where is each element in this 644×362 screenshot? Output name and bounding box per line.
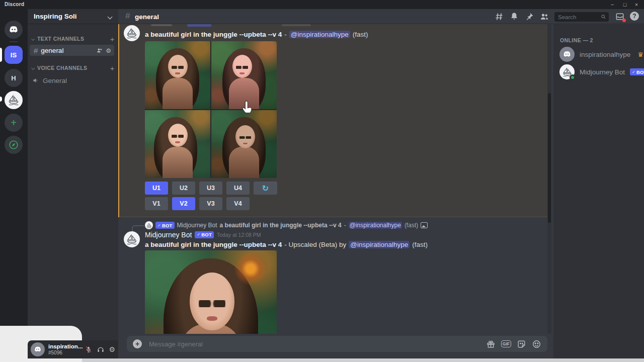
message-content: a beautiful girl in the junggle --upbeta… <box>145 240 428 249</box>
variation-button-v2[interactable]: V2 <box>172 197 195 210</box>
user-settings-gear-icon[interactable] <box>109 345 115 354</box>
channel-header: general <box>118 9 644 24</box>
microphone-muted-icon[interactable] <box>85 345 93 353</box>
chevron-down-icon <box>32 66 35 69</box>
discord-logo-icon <box>33 344 43 354</box>
channel-sidebar <box>28 9 118 358</box>
invite-people-icon[interactable] <box>96 47 103 54</box>
gif-picker-icon[interactable]: GIF <box>501 340 511 348</box>
search-box[interactable] <box>554 12 609 22</box>
grid-image-quadrant-1[interactable] <box>145 41 210 109</box>
message-input-box[interactable]: GIF <box>127 336 547 352</box>
mention-pill[interactable]: @inspirationalhype <box>349 222 402 229</box>
reroll-button[interactable] <box>254 182 277 195</box>
notifications-bell-icon[interactable] <box>509 12 519 22</box>
gift-icon[interactable] <box>486 339 496 349</box>
sidebar-item-voice-general[interactable]: General <box>31 75 112 85</box>
clipped-message-fragment <box>282 24 311 26</box>
selected-server-pill <box>0 48 2 62</box>
headphones-icon[interactable] <box>97 345 105 353</box>
upscale-button-u4[interactable]: U4 <box>226 182 250 195</box>
search-input[interactable] <box>557 14 601 21</box>
emoji-icon[interactable] <box>532 339 541 349</box>
window-maximize-button[interactable] <box>619 0 630 9</box>
online-status-dot <box>570 74 576 80</box>
grid-image-quadrant-3[interactable] <box>145 110 210 178</box>
server-icon-h[interactable]: H <box>5 69 23 87</box>
upscaled-image[interactable] <box>145 250 277 334</box>
variation-button-v4[interactable]: V4 <box>226 197 250 210</box>
hash-icon <box>125 11 130 21</box>
window-bottom-edge <box>0 358 644 362</box>
sticker-icon[interactable] <box>517 339 526 349</box>
grid-image-quadrant-2[interactable] <box>211 41 277 109</box>
chevron-down-icon <box>108 15 112 19</box>
variation-button-v1[interactable]: V1 <box>145 197 168 210</box>
section-label: VOICE CHANNELS <box>37 65 88 71</box>
fast-label: (fast) <box>353 31 368 38</box>
channel-settings-gear-icon[interactable] <box>106 47 111 54</box>
grid-image-quadrant-4[interactable] <box>211 110 277 178</box>
mention-pill[interactable]: @inspirationalhype <box>349 241 410 248</box>
member-midjourney-bot[interactable]: Midjourney Bot BOT <box>557 63 640 81</box>
member-inspirationalhype[interactable]: inspirationalhype <box>557 45 640 63</box>
inbox-badge <box>622 19 626 22</box>
sidebar-item-general[interactable]: general <box>30 45 114 56</box>
midjourney-grid-image[interactable] <box>145 41 277 178</box>
sailboat-icon <box>125 27 138 40</box>
text-channels-section[interactable]: TEXT CHANNELS <box>31 35 115 42</box>
help-icon[interactable] <box>630 12 640 22</box>
member-list-toggle-icon[interactable] <box>539 12 549 22</box>
pinned-messages-icon[interactable] <box>524 12 534 22</box>
clipped-message-fragment <box>151 24 172 26</box>
server-icon-inspiring-soli[interactable]: IS <box>5 46 23 64</box>
author-name[interactable]: Midjourney Bot <box>145 231 192 239</box>
server-rail: IS H <box>0 9 28 362</box>
avatar[interactable] <box>31 342 45 356</box>
discord-app: Discord IS H Inspiring Soli TEXT C <box>0 0 644 362</box>
mention-pill[interactable]: @inspirationalhype <box>289 31 350 38</box>
reply-reference[interactable]: BOT Midjourney Bot a beautiful girl in t… <box>145 221 428 229</box>
create-channel-button[interactable] <box>110 35 115 43</box>
avatar[interactable] <box>124 25 140 41</box>
server-header[interactable]: Inspiring Soli <box>28 9 118 24</box>
refresh-icon <box>262 184 269 193</box>
chat-scrollbar-thumb[interactable] <box>548 93 551 223</box>
members-sidebar: ONLINE — 2 inspirationalhype Midjourney … <box>553 24 644 358</box>
avatar[interactable] <box>124 231 140 247</box>
home-button[interactable] <box>5 21 23 39</box>
upscale-button-u3[interactable]: U3 <box>199 182 222 195</box>
rail-separator <box>10 41 18 42</box>
voice-channels-section[interactable]: VOICE CHANNELS <box>31 64 115 71</box>
create-channel-button[interactable] <box>110 64 115 72</box>
threads-icon[interactable] <box>494 12 504 22</box>
fast-label: (fast) <box>405 222 418 229</box>
attach-plus-icon[interactable] <box>133 339 142 348</box>
user-panel[interactable]: inspiration... #5096 <box>28 340 118 358</box>
member-name: Midjourney Bot <box>580 68 625 76</box>
window-titlebar: Discord <box>0 0 644 9</box>
prompt-text: a beautiful girl in the junggle --upbeta… <box>145 241 282 248</box>
message-input[interactable] <box>148 340 480 348</box>
variation-button-v3[interactable]: V3 <box>199 197 222 210</box>
add-server-button[interactable] <box>5 114 23 132</box>
server-icon-midjourney[interactable] <box>5 91 23 109</box>
message-author-row: Midjourney Bot BOT Today at 12:08 PM <box>145 230 261 239</box>
upscale-button-u2[interactable]: U2 <box>172 182 195 195</box>
separator-text: - <box>344 222 346 229</box>
inbox-icon[interactable] <box>615 12 625 22</box>
unread-server-pill <box>0 97 2 102</box>
explore-servers-button[interactable] <box>5 136 23 154</box>
window-minimize-button[interactable] <box>607 0 618 9</box>
crown-icon <box>635 50 643 59</box>
upscaled-by-text: - Upscaled (Beta) by <box>284 241 346 248</box>
section-label: TEXT CHANNELS <box>37 36 84 42</box>
bot-badge: BOT <box>155 222 175 229</box>
compass-icon <box>8 139 19 150</box>
window-close-button[interactable] <box>631 0 642 9</box>
search-icon <box>601 14 606 20</box>
server-name: Inspiring Soli <box>34 13 77 20</box>
separator-text: - <box>284 31 287 38</box>
upscale-button-u1[interactable]: U1 <box>145 182 168 195</box>
avatar <box>145 221 153 229</box>
